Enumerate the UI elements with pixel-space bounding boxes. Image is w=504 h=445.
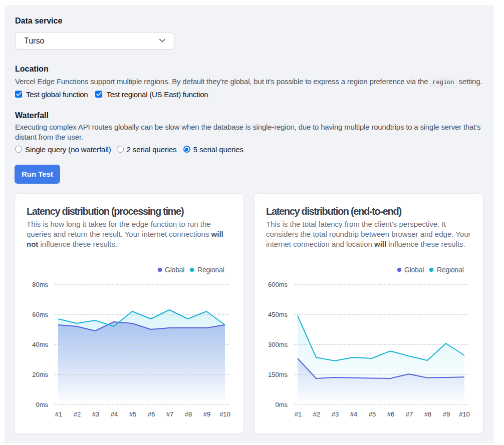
svg-text:600ms: 600ms xyxy=(268,281,288,288)
svg-text:#2: #2 xyxy=(74,410,81,418)
svg-text:#10: #10 xyxy=(459,410,470,418)
svg-text:#3: #3 xyxy=(92,410,99,418)
svg-text:#4: #4 xyxy=(350,410,357,418)
svg-text:#1: #1 xyxy=(295,410,302,418)
svg-text:#8: #8 xyxy=(185,410,192,418)
svg-text:0ms: 0ms xyxy=(275,401,288,408)
svg-text:#4: #4 xyxy=(111,410,118,418)
svg-text:#8: #8 xyxy=(424,410,431,418)
svg-text:#1: #1 xyxy=(55,410,62,418)
svg-text:#10: #10 xyxy=(219,410,230,418)
svg-text:#5: #5 xyxy=(129,410,136,418)
svg-text:#5: #5 xyxy=(369,410,376,418)
svg-text:450ms: 450ms xyxy=(268,311,288,318)
svg-text:#3: #3 xyxy=(332,410,339,418)
svg-text:Global: Global xyxy=(404,266,424,274)
svg-text:Regional: Regional xyxy=(197,266,224,274)
svg-text:Regional: Regional xyxy=(437,266,464,274)
svg-text:60ms: 60ms xyxy=(32,311,48,318)
svg-text:40ms: 40ms xyxy=(32,341,48,348)
svg-text:80ms: 80ms xyxy=(32,281,48,288)
svg-text:20ms: 20ms xyxy=(32,371,48,378)
svg-text:Global: Global xyxy=(165,266,184,274)
svg-text:#7: #7 xyxy=(406,410,413,418)
svg-text:#6: #6 xyxy=(148,410,155,418)
svg-text:#7: #7 xyxy=(166,410,173,418)
svg-text:#2: #2 xyxy=(313,410,320,418)
svg-text:#9: #9 xyxy=(203,410,210,418)
svg-text:150ms: 150ms xyxy=(268,371,288,378)
svg-text:0ms: 0ms xyxy=(36,401,48,408)
svg-text:#9: #9 xyxy=(443,410,450,418)
svg-text:300ms: 300ms xyxy=(268,341,288,348)
svg-text:#6: #6 xyxy=(387,410,394,418)
